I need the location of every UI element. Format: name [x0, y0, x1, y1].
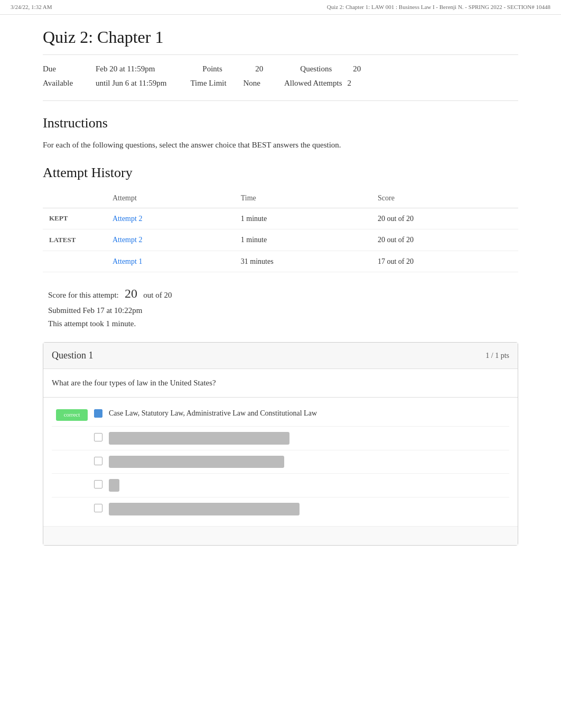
meta-due: Due Feb 20 at 11:59pm — [43, 63, 155, 75]
instructions-title: Instructions — [43, 114, 518, 133]
attempt-history-section: Attempt History Attempt Time Score KEPT … — [43, 163, 518, 273]
questions-value: 20 — [353, 63, 361, 75]
quiz-meta: Due Feb 20 at 11:59pm Points 20 Question… — [43, 63, 518, 101]
allowed-attempts-label: Allowed Attempts — [284, 78, 342, 89]
attempt-header: Attempt — [106, 189, 235, 208]
attempt-row: Attempt 1 31 minutes 17 out of 20 — [43, 251, 518, 272]
meta-questions: Questions 20 — [300, 63, 361, 75]
attempt-row-time: 31 minutes — [235, 251, 371, 272]
attempt-row-label: KEPT — [43, 208, 106, 229]
score-number: 20 — [125, 287, 137, 300]
answer-options: correctCase Law, Statutory Law, Administ… — [43, 398, 518, 526]
time-header: Time — [235, 189, 371, 208]
attempt-row-attempt[interactable]: Attempt 2 — [106, 208, 235, 229]
meta-available: Available until Jun 6 at 11:59pm — [43, 78, 166, 89]
instructions-body: For each of the following questions, sel… — [43, 140, 518, 151]
answer-option[interactable]: or — [52, 474, 509, 497]
question-1-header: Question 1 1 / 1 pts — [43, 343, 518, 369]
option-text: Case Law, Statutory Law, Administrative … — [109, 408, 317, 419]
attempt-table: Attempt Time Score KEPT Attempt 2 1 minu… — [43, 189, 518, 272]
time-limit-label: Time Limit — [190, 78, 238, 89]
radio-box[interactable] — [94, 457, 102, 465]
questions-label: Questions — [300, 63, 348, 75]
attempt-row: KEPT Attempt 2 1 minute 20 out of 20 — [43, 208, 518, 229]
due-label: Due — [43, 63, 90, 75]
radio-box[interactable] — [94, 409, 102, 418]
score-suffix: out of 20 — [143, 291, 172, 299]
top-bar: 3/24/22, 1:32 AM Quiz 2: Chapter 1: LAW … — [0, 0, 561, 15]
available-value: until Jun 6 at 11:59pm — [96, 78, 166, 89]
answer-option[interactable]: International Law of Common Law of Statu… — [52, 497, 509, 521]
meta-time-limit: Time Limit None — [190, 78, 260, 89]
question-1-text: What are the four types of law in the Un… — [52, 377, 509, 389]
time-limit-value: None — [243, 78, 260, 89]
question-1-section: Question 1 1 / 1 pts What are the four t… — [43, 342, 518, 546]
meta-row-1: Due Feb 20 at 11:59pm Points 20 Question… — [43, 63, 518, 75]
attempt-row-score: 20 out of 20 — [371, 208, 518, 229]
answer-option[interactable]: correctCase Law, Statutory Law, Administ… — [52, 403, 509, 427]
meta-points: Points 20 — [202, 63, 263, 75]
radio-box[interactable] — [94, 504, 102, 512]
score-prefix: Score for this attempt: — [48, 291, 119, 299]
option-text-blurred: Common Law of Statutory of Civil and Int… — [109, 456, 284, 468]
due-value: Feb 20 at 11:59pm — [96, 63, 155, 75]
topbar-timestamp: 3/24/22, 1:32 AM — [11, 3, 52, 11]
col-label-header — [43, 189, 106, 208]
attempt-row-score: 20 out of 20 — [371, 229, 518, 251]
submitted-line: Submitted Feb 17 at 10:22pm — [48, 305, 518, 316]
topbar-title: Quiz 2: Chapter 1: LAW 001 : Business La… — [327, 3, 550, 11]
attempt-row-time: 1 minute — [235, 229, 371, 251]
attempt-row-label — [43, 251, 106, 272]
radio-box[interactable] — [94, 480, 102, 489]
attempt-row-attempt[interactable]: Attempt 2 — [106, 229, 235, 251]
option-text-blurred: International Law of Common Law of Statu… — [109, 503, 300, 515]
duration-line: This attempt took 1 minute. — [48, 318, 518, 329]
allowed-attempts-value: 2 — [348, 78, 352, 89]
meta-allowed-attempts: Allowed Attempts 2 — [284, 78, 351, 89]
question-1-pts: 1 / 1 pts — [485, 351, 509, 361]
attempt-row-score: 17 out of 20 — [371, 251, 518, 272]
score-line: Score for this attempt: 20 out of 20 — [48, 285, 518, 303]
page-title: Quiz 2: Chapter 1 — [43, 25, 518, 55]
option-text-blurred: or — [109, 479, 119, 492]
radio-box[interactable] — [94, 433, 102, 441]
question-1-title: Question 1 — [52, 349, 94, 362]
answer-footer — [43, 526, 518, 545]
attempt-row-label: LATEST — [43, 229, 106, 251]
question-1-body: What are the four types of law in the Un… — [43, 369, 518, 398]
points-value: 20 — [255, 63, 263, 75]
answer-option[interactable]: Common Law of Statutory of Civil and Int… — [52, 450, 509, 474]
attempt-row-time: 1 minute — [235, 208, 371, 229]
score-summary: Score for this attempt: 20 out of 20 Sub… — [43, 285, 518, 329]
meta-row-2: Available until Jun 6 at 11:59pm Time Li… — [43, 78, 518, 89]
attempt-row: LATEST Attempt 2 1 minute 20 out of 20 — [43, 229, 518, 251]
correct-indicator: correct — [56, 409, 88, 421]
attempt-history-title: Attempt History — [43, 163, 518, 182]
attempt-row-attempt[interactable]: Attempt 1 — [106, 251, 235, 272]
option-text-blurred: Justice of Common Law of Statutory and I… — [109, 432, 289, 445]
available-label: Available — [43, 78, 90, 89]
points-label: Points — [202, 63, 250, 75]
instructions-section: Instructions For each of the following q… — [43, 114, 518, 150]
score-header: Score — [371, 189, 518, 208]
answer-option[interactable]: Justice of Common Law of Statutory and I… — [52, 427, 509, 450]
main-content: Quiz 2: Chapter 1 Due Feb 20 at 11:59pm … — [27, 15, 534, 564]
